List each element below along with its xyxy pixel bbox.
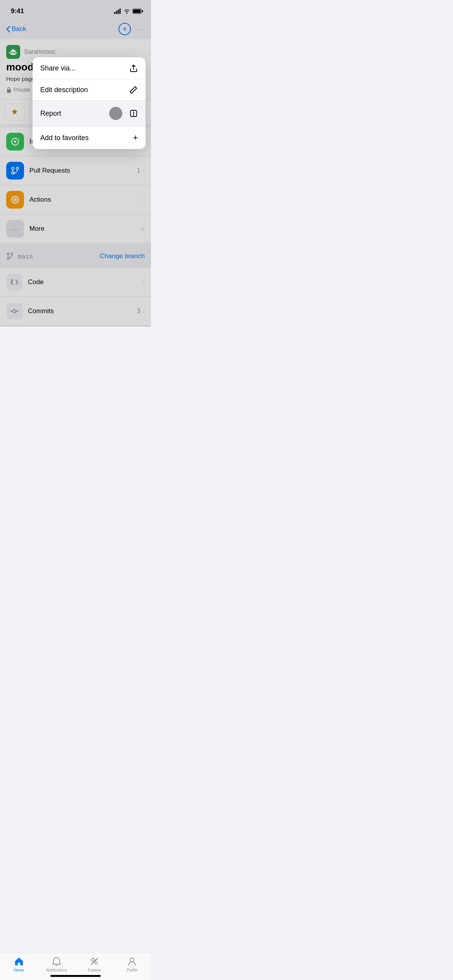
- menu-item-favorites[interactable]: Add to favorites +: [33, 127, 146, 149]
- report-label: Report: [40, 110, 61, 118]
- pencil-icon: [129, 86, 138, 94]
- context-menu: Share via... Edit description Report Add…: [33, 57, 146, 149]
- report-right: [109, 107, 138, 120]
- report-toggle[interactable]: [109, 107, 122, 120]
- menu-item-report[interactable]: Report: [33, 101, 146, 127]
- favorites-label: Add to favorites: [40, 134, 89, 142]
- menu-item-edit[interactable]: Edit description: [33, 79, 146, 101]
- plus-icon: +: [133, 133, 138, 143]
- report-icon: [129, 109, 138, 118]
- share-label: Share via...: [40, 64, 76, 72]
- menu-item-share[interactable]: Share via...: [33, 57, 146, 79]
- overlay[interactable]: [0, 0, 151, 327]
- edit-label: Edit description: [40, 86, 88, 94]
- share-icon: [129, 63, 138, 73]
